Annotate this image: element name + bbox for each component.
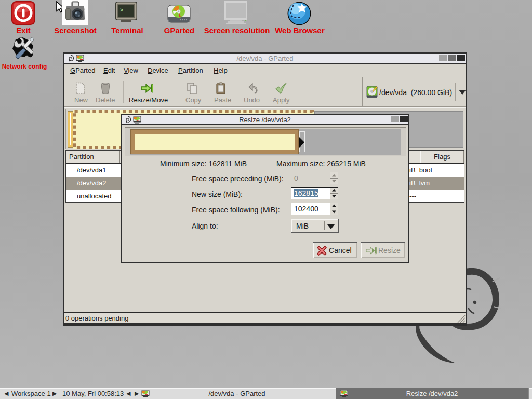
svg-text:>_: >_	[120, 8, 127, 14]
